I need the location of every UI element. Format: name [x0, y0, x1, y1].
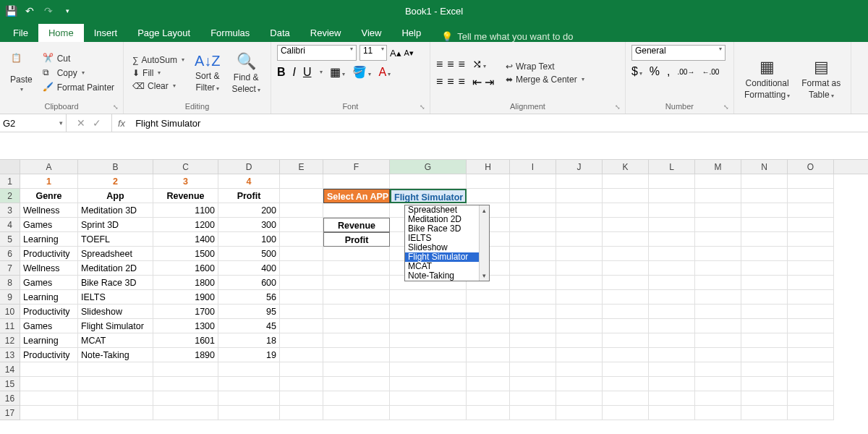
- row-header-2[interactable]: 2: [0, 189, 20, 203]
- row-header-14[interactable]: 14: [0, 362, 20, 377]
- cell-O2[interactable]: [788, 189, 834, 203]
- increase-indent-icon[interactable]: ⇥: [485, 75, 494, 89]
- cell-M4[interactable]: [695, 218, 741, 232]
- tab-page-layout[interactable]: Page Layout: [127, 24, 200, 42]
- cell-F12[interactable]: [323, 333, 390, 348]
- cell-N10[interactable]: [741, 305, 788, 319]
- cell-O14[interactable]: [788, 362, 834, 377]
- cell-J13[interactable]: [556, 348, 603, 362]
- font-color-button[interactable]: A▾: [378, 66, 391, 79]
- cell-J16[interactable]: [556, 391, 603, 406]
- dialog-launcher-icon[interactable]: ⤡: [723, 103, 732, 112]
- cell-C8[interactable]: 1800: [153, 276, 218, 290]
- cell-J15[interactable]: [556, 377, 603, 391]
- cell-I1[interactable]: [510, 174, 556, 189]
- cell-D4[interactable]: 300: [218, 218, 280, 232]
- cell-K1[interactable]: [603, 174, 649, 189]
- cell-H2[interactable]: [467, 189, 510, 203]
- cell-L14[interactable]: [649, 362, 695, 377]
- cell-A13[interactable]: Productivity: [20, 348, 78, 362]
- cell-A16[interactable]: [20, 391, 78, 406]
- cell-N2[interactable]: [741, 189, 788, 203]
- column-header-O[interactable]: O: [788, 160, 834, 174]
- cell-N11[interactable]: [741, 319, 788, 333]
- cell-M13[interactable]: [695, 348, 741, 362]
- column-header-E[interactable]: E: [280, 160, 323, 174]
- cell-N1[interactable]: [741, 174, 788, 189]
- data-validation-dropdown[interactable]: SpreadsheetMeditation 2DBike Race 3DIELT…: [404, 205, 490, 281]
- wrap-text-button[interactable]: ↩Wrap Text: [503, 61, 587, 72]
- row-header-7[interactable]: 7: [0, 261, 20, 276]
- paste-button[interactable]: 📋 Paste ▾: [6, 45, 37, 101]
- cell-B10[interactable]: Slideshow: [78, 305, 153, 319]
- borders-button[interactable]: ▦▾: [330, 65, 345, 79]
- cell-N3[interactable]: [741, 203, 788, 218]
- dropdown-scrollbar[interactable]: ▴ ▾: [479, 205, 489, 281]
- cell-J2[interactable]: [556, 189, 603, 203]
- cell-O1[interactable]: [788, 174, 834, 189]
- format-as-table-button[interactable]: ▤ Format as Table▾: [797, 45, 845, 112]
- cell-L7[interactable]: [649, 261, 695, 276]
- cell-M9[interactable]: [695, 290, 741, 305]
- cell-M12[interactable]: [695, 333, 741, 348]
- cell-G1[interactable]: [390, 174, 467, 189]
- cell-G17[interactable]: [390, 406, 467, 420]
- row-header-3[interactable]: 3: [0, 203, 20, 218]
- cell-F14[interactable]: [323, 362, 390, 377]
- cell-I14[interactable]: [510, 362, 556, 377]
- cell-I15[interactable]: [510, 377, 556, 391]
- cell-L8[interactable]: [649, 276, 695, 290]
- cell-A17[interactable]: [20, 406, 78, 420]
- cell-K4[interactable]: [603, 218, 649, 232]
- scroll-up-icon[interactable]: ▴: [480, 205, 489, 216]
- cell-I5[interactable]: [510, 232, 556, 247]
- cell-K7[interactable]: [603, 261, 649, 276]
- cell-L10[interactable]: [649, 305, 695, 319]
- cut-button[interactable]: ✂️Cut: [40, 52, 117, 65]
- cell-H9[interactable]: [467, 290, 510, 305]
- increase-font-icon[interactable]: A▴: [390, 48, 401, 59]
- cell-D6[interactable]: 500: [218, 247, 280, 261]
- column-header-H[interactable]: H: [467, 160, 510, 174]
- cell-I13[interactable]: [510, 348, 556, 362]
- redo-icon[interactable]: ↷: [42, 4, 55, 17]
- cell-K11[interactable]: [603, 319, 649, 333]
- row-header-9[interactable]: 9: [0, 290, 20, 305]
- cell-N7[interactable]: [741, 261, 788, 276]
- cell-F2[interactable]: Select An APP: [323, 189, 390, 203]
- align-bottom-icon[interactable]: ≡: [459, 58, 465, 71]
- cell-I9[interactable]: [510, 290, 556, 305]
- cell-L5[interactable]: [649, 232, 695, 247]
- cell-D12[interactable]: 18: [218, 333, 280, 348]
- cell-C11[interactable]: 1300: [153, 319, 218, 333]
- cell-N8[interactable]: [741, 276, 788, 290]
- cell-D3[interactable]: 200: [218, 203, 280, 218]
- column-header-I[interactable]: I: [510, 160, 556, 174]
- cell-J3[interactable]: [556, 203, 603, 218]
- cell-C12[interactable]: 1601: [153, 333, 218, 348]
- row-header-10[interactable]: 10: [0, 305, 20, 319]
- sort-filter-button[interactable]: A↓Z Sort & Filter▾: [190, 45, 225, 101]
- cell-J11[interactable]: [556, 319, 603, 333]
- cell-F8[interactable]: [323, 276, 390, 290]
- cell-D1[interactable]: 4: [218, 174, 280, 189]
- cell-A5[interactable]: Learning: [20, 232, 78, 247]
- cell-F3[interactable]: [323, 203, 390, 218]
- cell-M5[interactable]: [695, 232, 741, 247]
- cell-C16[interactable]: [153, 391, 218, 406]
- cell-B16[interactable]: [78, 391, 153, 406]
- cell-K5[interactable]: [603, 232, 649, 247]
- cell-N16[interactable]: [741, 391, 788, 406]
- cell-D11[interactable]: 45: [218, 319, 280, 333]
- cell-I12[interactable]: [510, 333, 556, 348]
- cell-L17[interactable]: [649, 406, 695, 420]
- cell-A7[interactable]: Wellness: [20, 261, 78, 276]
- cell-F9[interactable]: [323, 290, 390, 305]
- cell-I7[interactable]: [510, 261, 556, 276]
- cell-J12[interactable]: [556, 333, 603, 348]
- increase-decimal-icon[interactable]: .00→: [677, 68, 694, 76]
- cell-F11[interactable]: [323, 319, 390, 333]
- cell-N12[interactable]: [741, 333, 788, 348]
- align-top-icon[interactable]: ≡: [436, 58, 443, 71]
- currency-icon[interactable]: $▾: [631, 65, 642, 78]
